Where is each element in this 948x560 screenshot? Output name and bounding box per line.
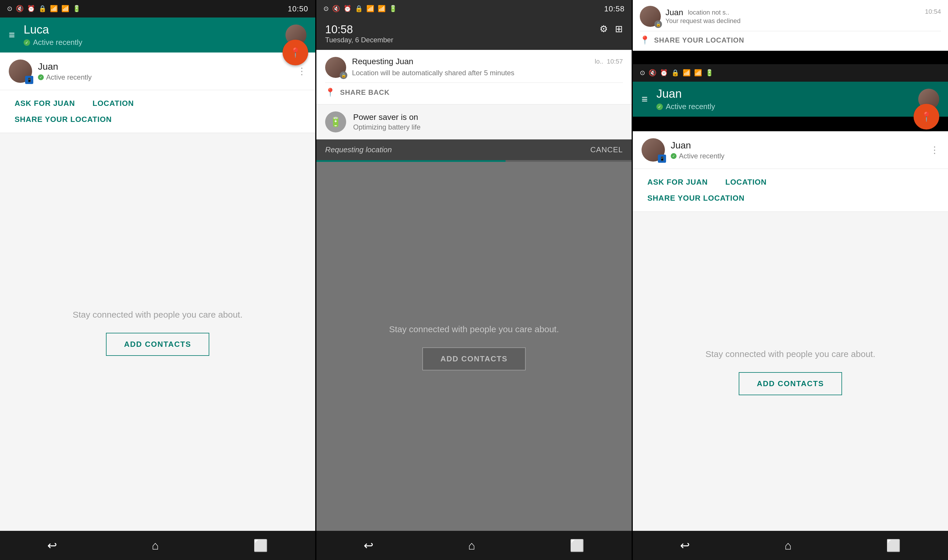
signal-icon: 📶	[61, 5, 69, 12]
progress-bar-fill	[316, 160, 506, 162]
left-add-contacts-button[interactable]: ADD CONTACTS	[106, 333, 209, 356]
popup-share-location[interactable]: 📍 SHARE YOUR LOCATION	[640, 31, 941, 45]
popup-action-text[interactable]: SHARE YOUR LOCATION	[654, 36, 744, 44]
menu-icon[interactable]: ≡	[9, 29, 15, 41]
right-contact-avatar-badge	[658, 155, 666, 163]
settings-icon[interactable]: ⚙	[600, 23, 608, 34]
right-app-header: ≡ Juan Active recently 📍	[633, 82, 948, 117]
popup-name: Juan	[666, 8, 683, 17]
right-ask-for-juan[interactable]: ASK FOR JUAN	[647, 178, 708, 187]
notif-truncated: lo..	[595, 58, 603, 65]
mid-mute-icon: ⊙	[324, 5, 329, 12]
left-contact-row[interactable]: Juan Active recently ⋮	[0, 52, 315, 90]
right-mute-icon: ⊙	[640, 69, 645, 77]
requesting-cancel-button[interactable]: CANCEL	[590, 145, 623, 154]
left-recents-button[interactable]: ⬜	[253, 539, 268, 552]
notif-time-large: 10:58	[325, 23, 393, 36]
left-location[interactable]: LOCATION	[92, 99, 134, 108]
left-back-button[interactable]: ↩	[47, 539, 57, 552]
right-contact-info: Juan Active recently	[671, 140, 930, 160]
left-action-links-row: ASK FOR JUAN LOCATION	[15, 99, 301, 108]
left-contact-avatar	[9, 60, 32, 83]
mid-alarm-icon: ⏰	[344, 5, 351, 12]
notification-header: 10:58 Tuesday, 6 December ⚙ ⊞	[316, 17, 632, 50]
left-contact-name: Juan	[38, 61, 297, 72]
right-contact-more[interactable]: ⋮	[930, 145, 939, 155]
right-battery-icon: 🔋	[706, 69, 713, 77]
right-screen: 🔒 Juan location not s.. 10:54 Your reque…	[633, 0, 948, 560]
right-wifi-icon: 📶	[683, 69, 691, 77]
left-share-location[interactable]: SHARE YOUR LOCATION	[15, 115, 112, 124]
notif-card-top: 🔒 Requesting Juan lo.. 10:57 Location wi…	[325, 57, 623, 78]
right-menu-icon[interactable]: ≡	[641, 93, 647, 105]
sound-icon: 🔇	[16, 5, 24, 12]
mid-sound-icon: 🔇	[332, 5, 340, 12]
right-status-icons: ⊙ 🔇 ⏰ 🔒 📶 📶 🔋	[640, 69, 713, 77]
left-contact-more[interactable]: ⋮	[297, 66, 307, 77]
right-header-status: Active recently	[657, 102, 715, 111]
left-contact-status: Active recently	[38, 73, 297, 82]
left-status-bar: ⊙ 🔇 ⏰ 🔒 📶 📶 🔋 10:50	[0, 0, 315, 17]
popup-avatar-badge: 🔒	[654, 20, 662, 28]
share-back-text[interactable]: SHARE BACK	[340, 88, 390, 97]
location-pin-icon: 📍	[290, 47, 301, 58]
mid-wifi-icon: 📶	[366, 5, 374, 12]
progress-bar	[316, 160, 632, 162]
lock-icon: 🔒	[39, 5, 46, 12]
left-contact-avatar-badge	[25, 76, 33, 84]
alarm-icon: ⏰	[27, 5, 35, 12]
active-status-dot	[24, 39, 30, 46]
left-empty-state: Stay connected with people you care abou…	[0, 133, 315, 531]
notification-card[interactable]: 🔒 Requesting Juan lo.. 10:57 Location wi…	[316, 50, 632, 105]
left-ask-for-juan[interactable]: ASK FOR JUAN	[15, 99, 75, 108]
left-contact-status-text: Active recently	[46, 73, 92, 82]
requesting-text: Requesting location	[325, 145, 392, 154]
middle-nav-bar: ↩ ⌂ ⬜	[316, 531, 632, 560]
notif-avatar: 🔒	[325, 57, 346, 78]
right-signal-icon: 📶	[694, 69, 702, 77]
popup-info: Juan location not s.. 10:54 Your request…	[666, 8, 941, 25]
right-back-button[interactable]: ↩	[680, 539, 690, 552]
right-contact-row[interactable]: Juan Active recently ⋮	[633, 131, 948, 169]
mid-lock-icon: 🔒	[355, 5, 363, 12]
fab-location-button[interactable]: 📍	[282, 40, 308, 65]
power-saver-subtitle: Optimizing battery life	[353, 123, 421, 131]
notif-time-small: 10:57	[607, 58, 623, 65]
popup-name-row: Juan location not s.. 10:54	[666, 8, 941, 17]
right-contact-status-dot	[671, 153, 677, 159]
right-home-button[interactable]: ⌂	[785, 539, 792, 552]
right-add-contacts-button[interactable]: ADD CONTACTS	[739, 372, 842, 395]
left-screen: ⊙ 🔇 ⏰ 🔒 📶 📶 🔋 10:50 ≡ Luca Active recent…	[0, 0, 315, 560]
power-saver-title: Power saver is on	[353, 112, 421, 122]
requesting-bar: Requesting location CANCEL	[316, 139, 632, 160]
mid-add-contacts-button[interactable]: ADD CONTACTS	[422, 348, 526, 371]
wifi-icon: 📶	[50, 5, 58, 12]
right-share-location[interactable]: SHARE YOUR LOCATION	[647, 194, 745, 202]
right-lock-icon: 🔒	[671, 69, 679, 77]
left-header-status: Active recently	[24, 38, 82, 47]
right-sound-icon: 🔇	[649, 69, 657, 77]
right-recents-button[interactable]: ⬜	[886, 539, 901, 552]
notif-share-back[interactable]: 📍 SHARE BACK	[325, 88, 623, 97]
notif-avatar-lock: 🔒	[340, 71, 347, 79]
mid-recents-button[interactable]: ⬜	[570, 539, 584, 552]
power-saver-card: 🔋 Power saver is on Optimizing battery l…	[316, 105, 632, 139]
left-empty-state-text: Stay connected with people you care abou…	[72, 308, 242, 321]
mid-home-button[interactable]: ⌂	[468, 539, 475, 552]
left-app-header: ≡ Luca Active recently 📍	[0, 17, 315, 52]
right-location[interactable]: LOCATION	[725, 178, 767, 187]
mid-back-button[interactable]: ↩	[364, 539, 374, 552]
popup-top-row: 🔒 Juan location not s.. 10:54 Your reque…	[640, 6, 941, 31]
right-header-status-text: Active recently	[666, 102, 715, 111]
grid-icon[interactable]: ⊞	[615, 23, 623, 34]
location-popup: 🔒 Juan location not s.. 10:54 Your reque…	[633, 0, 948, 51]
right-action-links: ASK FOR JUAN LOCATION SHARE YOUR LOCATIO…	[633, 169, 948, 212]
right-contact-name: Juan	[671, 140, 930, 151]
right-contact-avatar	[641, 138, 665, 162]
right-fab-location-button[interactable]: 📍	[914, 104, 939, 129]
popup-location-icon: 📍	[640, 35, 650, 45]
share-back-icon: 📍	[325, 88, 335, 97]
left-home-button[interactable]: ⌂	[152, 539, 159, 552]
right-status-bar: ⊙ 🔇 ⏰ 🔒 📶 📶 🔋	[633, 64, 948, 82]
popup-declined-text: Your request was declined	[666, 17, 941, 25]
